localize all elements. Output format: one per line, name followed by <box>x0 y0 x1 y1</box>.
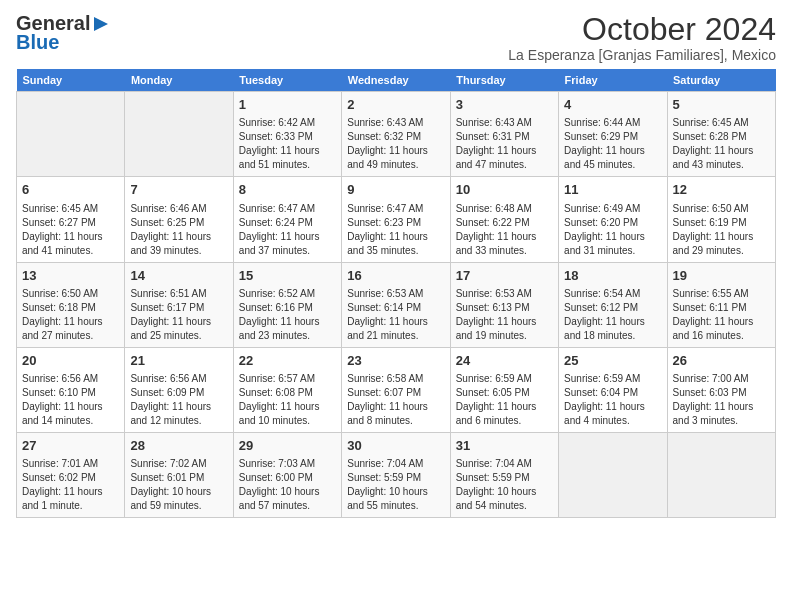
day-number: 9 <box>347 181 444 199</box>
calendar-cell: 7Sunrise: 6:46 AMSunset: 6:25 PMDaylight… <box>125 177 233 262</box>
day-info: Sunrise: 6:46 AM <box>130 202 227 216</box>
day-info: Daylight: 11 hours and 21 minutes. <box>347 315 444 343</box>
day-info: Sunrise: 6:56 AM <box>130 372 227 386</box>
day-number: 24 <box>456 352 553 370</box>
calendar-cell: 3Sunrise: 6:43 AMSunset: 6:31 PMDaylight… <box>450 92 558 177</box>
day-info: Sunset: 6:22 PM <box>456 216 553 230</box>
logo: General Blue <box>16 12 110 54</box>
day-info: Daylight: 11 hours and 1 minute. <box>22 485 119 513</box>
calendar-cell: 15Sunrise: 6:52 AMSunset: 6:16 PMDayligh… <box>233 262 341 347</box>
day-number: 22 <box>239 352 336 370</box>
calendar-cell <box>17 92 125 177</box>
calendar-cell: 16Sunrise: 6:53 AMSunset: 6:14 PMDayligh… <box>342 262 450 347</box>
calendar-cell: 8Sunrise: 6:47 AMSunset: 6:24 PMDaylight… <box>233 177 341 262</box>
day-number: 2 <box>347 96 444 114</box>
day-info: Sunset: 6:31 PM <box>456 130 553 144</box>
calendar-week-row: 6Sunrise: 6:45 AMSunset: 6:27 PMDaylight… <box>17 177 776 262</box>
day-info: Sunrise: 7:01 AM <box>22 457 119 471</box>
calendar-cell: 28Sunrise: 7:02 AMSunset: 6:01 PMDayligh… <box>125 432 233 517</box>
header: General Blue October 2024 La Esperanza [… <box>16 12 776 63</box>
day-info: Daylight: 10 hours and 57 minutes. <box>239 485 336 513</box>
day-number: 10 <box>456 181 553 199</box>
day-info: Sunrise: 6:43 AM <box>347 116 444 130</box>
calendar-cell: 26Sunrise: 7:00 AMSunset: 6:03 PMDayligh… <box>667 347 775 432</box>
calendar-cell: 14Sunrise: 6:51 AMSunset: 6:17 PMDayligh… <box>125 262 233 347</box>
day-info: Daylight: 11 hours and 14 minutes. <box>22 400 119 428</box>
day-info: Sunset: 6:10 PM <box>22 386 119 400</box>
calendar-week-row: 20Sunrise: 6:56 AMSunset: 6:10 PMDayligh… <box>17 347 776 432</box>
day-info: Sunset: 6:20 PM <box>564 216 661 230</box>
day-info: Daylight: 11 hours and 35 minutes. <box>347 230 444 258</box>
day-info: Sunset: 6:32 PM <box>347 130 444 144</box>
day-number: 25 <box>564 352 661 370</box>
day-info: Sunrise: 6:53 AM <box>456 287 553 301</box>
day-number: 28 <box>130 437 227 455</box>
calendar-cell: 6Sunrise: 6:45 AMSunset: 6:27 PMDaylight… <box>17 177 125 262</box>
day-info: Sunrise: 6:52 AM <box>239 287 336 301</box>
day-info: Daylight: 11 hours and 37 minutes. <box>239 230 336 258</box>
day-number: 6 <box>22 181 119 199</box>
weekday-header-friday: Friday <box>559 69 667 92</box>
day-number: 5 <box>673 96 770 114</box>
day-info: Sunrise: 6:57 AM <box>239 372 336 386</box>
calendar-table: SundayMondayTuesdayWednesdayThursdayFrid… <box>16 69 776 518</box>
day-info: Sunset: 6:19 PM <box>673 216 770 230</box>
day-info: Daylight: 11 hours and 4 minutes. <box>564 400 661 428</box>
calendar-title: October 2024 <box>508 12 776 47</box>
day-info: Sunrise: 6:56 AM <box>22 372 119 386</box>
calendar-cell: 5Sunrise: 6:45 AMSunset: 6:28 PMDaylight… <box>667 92 775 177</box>
calendar-cell: 23Sunrise: 6:58 AMSunset: 6:07 PMDayligh… <box>342 347 450 432</box>
day-info: Sunrise: 6:44 AM <box>564 116 661 130</box>
day-info: Sunrise: 6:49 AM <box>564 202 661 216</box>
day-info: Daylight: 11 hours and 18 minutes. <box>564 315 661 343</box>
day-info: Sunrise: 6:59 AM <box>456 372 553 386</box>
calendar-subtitle: La Esperanza [Granjas Familiares], Mexic… <box>508 47 776 63</box>
calendar-cell: 24Sunrise: 6:59 AMSunset: 6:05 PMDayligh… <box>450 347 558 432</box>
day-info: Daylight: 11 hours and 3 minutes. <box>673 400 770 428</box>
day-info: Sunset: 6:08 PM <box>239 386 336 400</box>
calendar-cell: 19Sunrise: 6:55 AMSunset: 6:11 PMDayligh… <box>667 262 775 347</box>
calendar-cell: 10Sunrise: 6:48 AMSunset: 6:22 PMDayligh… <box>450 177 558 262</box>
day-info: Daylight: 11 hours and 39 minutes. <box>130 230 227 258</box>
day-info: Sunrise: 7:04 AM <box>456 457 553 471</box>
day-info: Sunrise: 7:00 AM <box>673 372 770 386</box>
day-info: Sunset: 6:23 PM <box>347 216 444 230</box>
day-info: Daylight: 11 hours and 8 minutes. <box>347 400 444 428</box>
day-number: 4 <box>564 96 661 114</box>
day-number: 23 <box>347 352 444 370</box>
day-info: Daylight: 11 hours and 25 minutes. <box>130 315 227 343</box>
page: General Blue October 2024 La Esperanza [… <box>0 0 792 612</box>
day-info: Sunset: 6:24 PM <box>239 216 336 230</box>
day-info: Sunset: 6:07 PM <box>347 386 444 400</box>
day-info: Sunset: 6:02 PM <box>22 471 119 485</box>
svg-marker-0 <box>94 17 108 31</box>
day-info: Daylight: 11 hours and 45 minutes. <box>564 144 661 172</box>
day-info: Sunset: 6:27 PM <box>22 216 119 230</box>
day-number: 11 <box>564 181 661 199</box>
calendar-cell: 25Sunrise: 6:59 AMSunset: 6:04 PMDayligh… <box>559 347 667 432</box>
day-info: Daylight: 11 hours and 51 minutes. <box>239 144 336 172</box>
calendar-week-row: 27Sunrise: 7:01 AMSunset: 6:02 PMDayligh… <box>17 432 776 517</box>
day-info: Sunset: 6:14 PM <box>347 301 444 315</box>
day-info: Sunrise: 7:03 AM <box>239 457 336 471</box>
calendar-cell: 12Sunrise: 6:50 AMSunset: 6:19 PMDayligh… <box>667 177 775 262</box>
day-info: Sunset: 5:59 PM <box>347 471 444 485</box>
day-number: 29 <box>239 437 336 455</box>
day-info: Daylight: 11 hours and 6 minutes. <box>456 400 553 428</box>
calendar-week-row: 13Sunrise: 6:50 AMSunset: 6:18 PMDayligh… <box>17 262 776 347</box>
logo-blue: Blue <box>16 31 59 53</box>
calendar-cell: 21Sunrise: 6:56 AMSunset: 6:09 PMDayligh… <box>125 347 233 432</box>
day-info: Sunrise: 6:45 AM <box>22 202 119 216</box>
day-info: Sunrise: 6:48 AM <box>456 202 553 216</box>
day-number: 17 <box>456 267 553 285</box>
calendar-cell: 11Sunrise: 6:49 AMSunset: 6:20 PMDayligh… <box>559 177 667 262</box>
day-info: Sunrise: 6:42 AM <box>239 116 336 130</box>
calendar-cell: 31Sunrise: 7:04 AMSunset: 5:59 PMDayligh… <box>450 432 558 517</box>
calendar-cell <box>125 92 233 177</box>
day-info: Sunset: 6:28 PM <box>673 130 770 144</box>
day-info: Sunrise: 7:04 AM <box>347 457 444 471</box>
day-number: 26 <box>673 352 770 370</box>
title-block: October 2024 La Esperanza [Granjas Famil… <box>508 12 776 63</box>
weekday-header-tuesday: Tuesday <box>233 69 341 92</box>
day-info: Sunrise: 6:43 AM <box>456 116 553 130</box>
